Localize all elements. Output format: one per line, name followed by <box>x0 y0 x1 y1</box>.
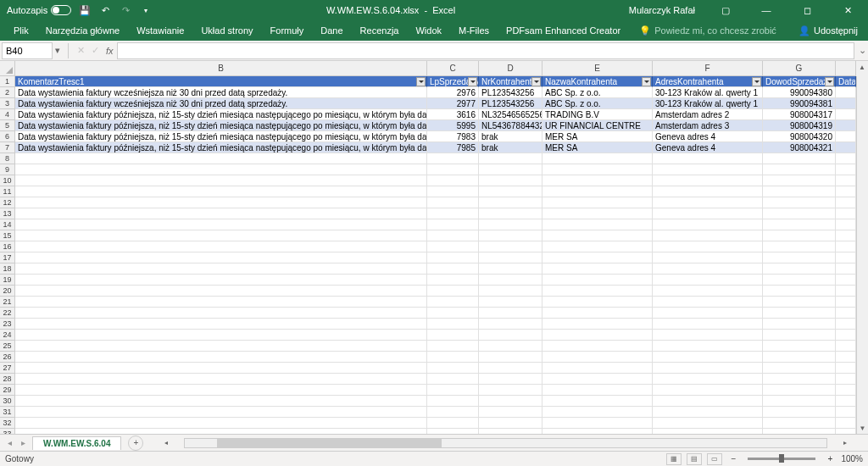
table-header-F[interactable]: AdresKontrahenta <box>653 76 763 87</box>
cell-H15[interactable] <box>836 230 856 241</box>
cell-E29[interactable] <box>542 385 653 396</box>
cell-H12[interactable] <box>836 197 856 208</box>
cell-D26[interactable] <box>479 352 542 363</box>
cell-F30[interactable] <box>653 396 763 407</box>
cell-H28[interactable] <box>836 374 856 385</box>
col-header-B[interactable]: B <box>15 61 427 75</box>
filter-button[interactable] <box>825 77 834 86</box>
cell-H31[interactable] <box>836 407 856 418</box>
cell-E14[interactable] <box>542 219 653 230</box>
row-header-22[interactable]: 22 <box>0 308 14 319</box>
cell-C17[interactable] <box>427 252 479 264</box>
cell-B24[interactable] <box>15 330 427 341</box>
row-header-20[interactable]: 20 <box>0 286 14 297</box>
cell-B5[interactable]: Data wystawienia faktury późniejsza, niż… <box>15 120 427 131</box>
col-header-partial[interactable] <box>836 61 856 75</box>
cell-H20[interactable] <box>836 286 856 297</box>
cancel-formula-icon[interactable]: ✕ <box>74 45 88 56</box>
cell-D32[interactable] <box>479 418 542 429</box>
cell-E28[interactable] <box>542 374 653 385</box>
cell-H5[interactable] <box>836 120 856 131</box>
table-header-D[interactable]: NrKontrahenta <box>479 76 542 87</box>
row-header-3[interactable]: 3 <box>0 98 14 109</box>
cell-G25[interactable] <box>763 341 836 352</box>
horizontal-scrollbar[interactable] <box>184 438 827 448</box>
cell-H27[interactable] <box>836 363 856 374</box>
cell-C30[interactable] <box>427 396 479 407</box>
cell-E6[interactable]: MER SA <box>542 131 653 142</box>
cell-B30[interactable] <box>15 396 427 407</box>
cell-B27[interactable] <box>15 363 427 374</box>
cell-C24[interactable] <box>427 330 479 341</box>
cell-C25[interactable] <box>427 341 479 352</box>
sheet-nav-prev-icon[interactable]: ◂ <box>3 438 15 447</box>
cell-F33[interactable] <box>653 429 763 434</box>
cell-D5[interactable]: NL543678844324 <box>479 120 542 131</box>
cell-B10[interactable] <box>15 175 427 186</box>
cell-B7[interactable]: Data wystawienia faktury późniejsza, niż… <box>15 142 427 153</box>
tell-me-search[interactable]: 💡 Powiedz mi, co chcesz zrobić <box>639 25 776 36</box>
row-header-31[interactable]: 31 <box>0 407 14 418</box>
cell-C22[interactable] <box>427 308 479 319</box>
cell-C8[interactable] <box>427 153 479 164</box>
cell-E19[interactable] <box>542 275 653 286</box>
cell-C6[interactable]: 7983 <box>427 131 479 142</box>
cell-B2[interactable]: Data wystawienia faktury wcześniejsza ni… <box>15 87 427 98</box>
cell-F6[interactable]: Geneva adres 4 <box>653 131 763 142</box>
cell-D6[interactable]: brak <box>479 131 542 142</box>
cell-F19[interactable] <box>653 275 763 286</box>
cell-F27[interactable] <box>653 363 763 374</box>
formula-expand-icon[interactable]: ⌄ <box>856 45 868 56</box>
cell-D14[interactable] <box>479 219 542 230</box>
cell-D7[interactable]: brak <box>479 142 542 153</box>
cell-D31[interactable] <box>479 407 542 418</box>
cell-F3[interactable]: 30-123 Kraków al. qwerty 1 <box>653 98 763 109</box>
cells-area[interactable]: KomentarzTresc1LpSprzedazyNrKontrahentaN… <box>15 76 856 434</box>
cell-E11[interactable] <box>542 186 653 197</box>
table-header-H[interactable]: Data <box>836 76 856 87</box>
cell-D24[interactable] <box>479 330 542 341</box>
row-header-19[interactable]: 19 <box>0 275 14 286</box>
cell-H19[interactable] <box>836 275 856 286</box>
cell-G2[interactable]: 990094380 <box>763 87 836 98</box>
cell-C10[interactable] <box>427 175 479 186</box>
cell-F21[interactable] <box>653 297 763 308</box>
cell-C9[interactable] <box>427 164 479 175</box>
row-header-14[interactable]: 14 <box>0 219 14 230</box>
cell-G20[interactable] <box>763 286 836 297</box>
cell-B15[interactable] <box>15 230 427 241</box>
tab-home[interactable]: Narzędzia główne <box>37 22 128 39</box>
cell-E10[interactable] <box>542 175 653 186</box>
zoom-slider[interactable] <box>748 458 815 460</box>
view-page-break-icon[interactable]: ▭ <box>707 453 722 465</box>
cell-H33[interactable] <box>836 429 856 434</box>
cell-E17[interactable] <box>542 252 653 264</box>
cell-B9[interactable] <box>15 164 427 175</box>
cell-H3[interactable] <box>836 98 856 109</box>
cell-E26[interactable] <box>542 352 653 363</box>
cell-G26[interactable] <box>763 352 836 363</box>
cell-E12[interactable] <box>542 197 653 208</box>
cell-G22[interactable] <box>763 308 836 319</box>
sheet-nav-next-icon[interactable]: ▸ <box>17 438 29 447</box>
filter-button[interactable] <box>468 77 477 86</box>
undo-icon[interactable]: ↶ <box>98 3 112 17</box>
filter-button[interactable] <box>752 77 761 86</box>
row-header-33[interactable]: 33 <box>0 429 14 434</box>
cell-D22[interactable] <box>479 308 542 319</box>
cell-B18[interactable] <box>15 264 427 275</box>
cell-B25[interactable] <box>15 341 427 352</box>
cell-B6[interactable]: Data wystawienia faktury późniejsza, niż… <box>15 131 427 142</box>
redo-icon[interactable]: ↷ <box>119 3 132 17</box>
cell-B29[interactable] <box>15 385 427 396</box>
tab-pdfsam[interactable]: PDFsam Enhanced Creator <box>498 22 629 39</box>
cell-D23[interactable] <box>479 319 542 330</box>
view-normal-icon[interactable]: ▦ <box>666 453 682 465</box>
cell-C21[interactable] <box>427 297 479 308</box>
table-header-C[interactable]: LpSprzedazy <box>427 76 479 87</box>
cell-H11[interactable] <box>836 186 856 197</box>
row-header-30[interactable]: 30 <box>0 396 14 407</box>
enter-formula-icon[interactable]: ✓ <box>88 45 103 56</box>
row-header-1[interactable]: 1 <box>0 76 14 87</box>
col-header-C[interactable]: C <box>427 61 479 75</box>
